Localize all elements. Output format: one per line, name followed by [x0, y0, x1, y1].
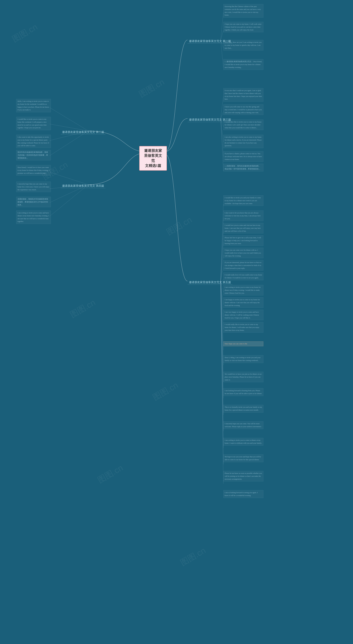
svg-line-21 — [221, 242, 223, 281]
svg-line-32 — [221, 281, 223, 398]
svg-line-3 — [221, 40, 223, 68]
branch5-label: 邀请朋友家里做客英文范文 第五篇 — [188, 280, 232, 285]
text-block-left-4c: 亲爱的朋友，我很高兴写信邀请您来我家做客，希望您能在百忙之中抽出时间前来... — [16, 197, 51, 207]
svg-line-13 — [50, 131, 88, 156]
special-block-7: I am writing to invite you to come to di… — [223, 438, 263, 446]
svg-line-9 — [221, 118, 223, 171]
svg-line-23 — [221, 267, 223, 281]
text-block-left-4a: Dear friend, I would love to have you co… — [16, 165, 51, 176]
text-block-1d: 1. 邀请朋友来家里做客的英文范文：Dear friend, I would l… — [223, 59, 263, 70]
text-block-5h: I am writing to invite you to come to my… — [223, 285, 263, 296]
branch4-label: 邀请朋友家里做客英文范文 第四篇 — [61, 184, 106, 188]
svg-line-1 — [221, 30, 223, 40]
text-block-3b: I know you will come to our city this sp… — [223, 104, 263, 115]
watermark-6: 图图.cn — [151, 380, 180, 403]
text-block-left-2c: I also want to take this opportunity to … — [16, 135, 51, 148]
text-block-5a: I would like to invite you and your fami… — [223, 196, 263, 206]
text-block-left-4b: I sincerely hope that you can come to my… — [16, 182, 51, 192]
svg-line-14 — [50, 172, 88, 185]
mindmap-container: 邀请朋友家里做客英文范 文精选5篇 邀请朋友家里做客英文范文 第一篇 邀请朋友家… — [0, 0, 353, 644]
svg-line-20 — [221, 230, 223, 281]
svg-line-28 — [221, 281, 223, 329]
svg-line-18 — [221, 204, 223, 281]
watermark-2: 图图.cn — [137, 76, 166, 100]
text-block-left-4d: I am writing to invite you to come and h… — [16, 210, 51, 224]
svg-line-35 — [221, 281, 223, 448]
svg-line-33 — [221, 281, 223, 415]
text-block-left-2b: I would like to invite you to come to my… — [16, 117, 51, 130]
text-block-3c: I would also like to invite you to come … — [223, 120, 263, 130]
text-block-1c: Dear Tom, How are you? I am writing to i… — [223, 40, 263, 50]
text-block-1a: Knowing that the Chinese culture of the … — [223, 4, 263, 18]
text-block-3e: If you have a chance, please come to vis… — [223, 151, 263, 162]
watermark-8: 图图.cn — [178, 545, 208, 568]
text-block-5b: I also want to let you know that you are… — [223, 210, 263, 221]
text-block-5k: I would really like to invite you to com… — [223, 322, 263, 332]
svg-line-4 — [221, 96, 223, 118]
text-block-5d: Please feel free to give me a call at an… — [223, 235, 263, 246]
watermark-5: 图图.cn — [68, 297, 98, 320]
text-block-5j: I am very happy to invite you to come an… — [223, 310, 263, 320]
text-block-3d: I am also writing to invite you to come … — [223, 135, 263, 148]
svg-line-19 — [221, 218, 223, 281]
special-block-10: I am so looking forward to seeing you ag… — [223, 490, 263, 498]
text-block-3f: 1. 亲爱的朋友，我写此信邀请您来我家做客。我会准备一些中国传统食物，希望您能喜… — [223, 164, 263, 172]
watermark-7: 图图.cn — [96, 462, 125, 486]
center-node: 邀请朋友家里做客英文范 文精选5篇 — [139, 146, 167, 170]
svg-line-30 — [221, 281, 223, 365]
text-block-5e: I hope you can come over for dinner with… — [223, 248, 263, 258]
text-block-3a: It was nice that I could see you again. … — [223, 88, 263, 102]
svg-line-36 — [221, 281, 223, 464]
text-block-5g: I would really love it if you could come… — [223, 272, 263, 280]
text-block-left-2a: Hello, I am writing to invite you to com… — [16, 99, 51, 112]
special-block-4: I am looking forward to hearing from you… — [223, 388, 263, 396]
special-block-9: Please let me know as soon as possible w… — [223, 471, 263, 482]
connector-lines — [0, 0, 353, 644]
svg-line-31 — [221, 281, 223, 382]
special-block-5: This is to formally invite you and your … — [223, 405, 263, 412]
svg-line-17 — [50, 185, 88, 216]
text-block-left-2d: 我非常高兴地邀请您来我家做客，我将为您准备一些具有特色的中国菜肴，希望您能喜欢.… — [16, 150, 51, 160]
watermark-4: 图图.cn — [165, 214, 194, 238]
branch2-label: 邀请朋友家里做客英文范文 第二篇 — [61, 130, 106, 134]
svg-line-22 — [221, 255, 223, 281]
special-block-3: We would love to have you join us for di… — [223, 372, 263, 382]
svg-line-10 — [50, 108, 88, 131]
special-block-6: I sincerely hope you can come. You will … — [223, 421, 263, 429]
watermark-1: 图图.cn — [10, 21, 40, 45]
svg-line-34 — [221, 281, 223, 431]
text-block-1b: I hope you can come to my home. I will c… — [223, 22, 263, 32]
special-block-2: Dear Li Ming, I am writing to invite you… — [223, 355, 263, 363]
svg-line-29 — [221, 281, 223, 350]
svg-line-8 — [221, 118, 223, 157]
svg-line-27 — [221, 281, 223, 317]
text-block-5f: If you are interested, please let me kno… — [223, 260, 263, 270]
text-block-5c: I would love you to come and visit me he… — [223, 223, 263, 234]
text-block-5i: I am happy to invite you to come to my h… — [223, 297, 263, 308]
svg-line-0 — [221, 12, 223, 40]
svg-line-37 — [221, 281, 223, 484]
special-block-8: We hope to see you soon and hope that yo… — [223, 454, 263, 462]
highlight-block: Once hope you can come to the — [223, 342, 263, 346]
